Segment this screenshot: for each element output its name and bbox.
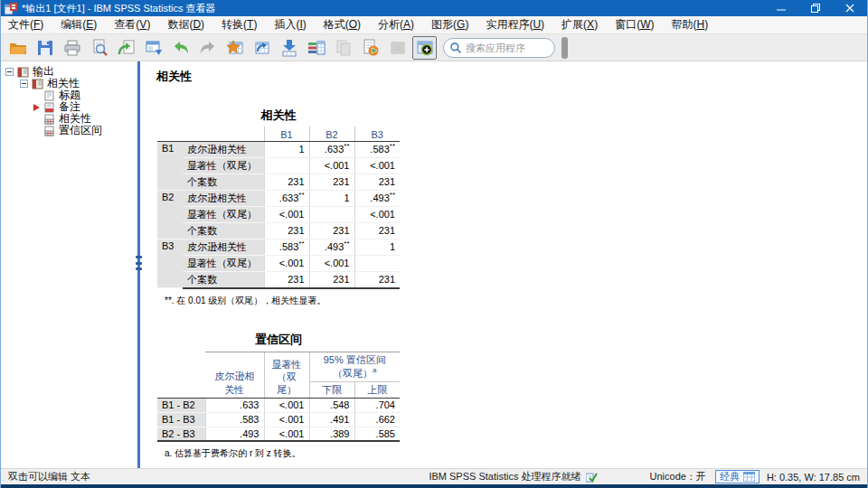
cell: 231: [354, 271, 400, 288]
menu-graphs[interactable]: 图形(G): [431, 17, 468, 33]
cell: <.001: [309, 255, 354, 271]
notes-doc-icon: [43, 102, 55, 113]
table-row: B3 皮尔逊相关性 .583** .493** 1: [157, 239, 400, 255]
cell: 231: [354, 222, 400, 239]
correlations-table[interactable]: B1 B2 B3 B1 皮尔逊相关性 1 .633** .583**: [157, 127, 400, 289]
col-header: 上限: [354, 381, 400, 398]
ci-footnote: a. 估算基于费希尔的 r 到 z 转换。: [165, 447, 867, 460]
save-icon[interactable]: [33, 36, 57, 60]
menu-edit[interactable]: 编辑(E): [61, 17, 97, 33]
run-script-icon[interactable]: [358, 36, 382, 60]
stat-label: 显著性（双尾）: [183, 255, 264, 271]
table-icon: [43, 126, 55, 136]
table-row: B1 - B3 .583 <.001 .491 .662: [157, 412, 400, 427]
cell: .583**: [354, 141, 400, 157]
cell: .633**: [309, 141, 354, 157]
goto-case-icon[interactable]: [250, 36, 274, 60]
tablelook-selector[interactable]: 经典: [715, 470, 760, 483]
menu-transform[interactable]: 转换(T): [222, 17, 257, 33]
open-file-icon[interactable]: [5, 36, 30, 60]
goto-variable-icon[interactable]: [277, 36, 301, 60]
ci-table-title: 置信区间: [157, 332, 400, 348]
table-row: 显著性（双尾） <.001 <.001: [157, 157, 400, 174]
variables-icon[interactable]: [304, 36, 328, 60]
pane-splitter[interactable]: [137, 61, 140, 468]
table-row: B1 皮尔逊相关性 1 .633** .583**: [157, 141, 400, 157]
menu-help[interactable]: 帮助(H): [671, 17, 708, 33]
cell: <.001: [354, 206, 400, 222]
col-header: 皮尔逊相关性: [205, 352, 264, 398]
goto-data-icon[interactable]: [222, 36, 247, 60]
cell: .389: [309, 427, 354, 441]
cell: <.001: [309, 157, 354, 174]
table-row: B2 皮尔逊相关性 .633** 1 .493**: [157, 190, 400, 206]
stat-label: 显著性（双尾）: [183, 157, 264, 174]
menu-analyze[interactable]: 分析(A): [378, 17, 414, 33]
cell: <.001: [264, 255, 309, 271]
cell: .493**: [354, 190, 400, 206]
menu-window[interactable]: 窗口(W): [615, 17, 654, 33]
row-label: B1 - B2: [157, 398, 205, 412]
menu-insert[interactable]: 插入(I): [274, 17, 306, 33]
select-last-output-icon[interactable]: [412, 36, 437, 60]
current-item-arrow-icon: [33, 104, 40, 111]
cell: .633: [205, 398, 264, 412]
app-icon: [5, 3, 17, 14]
cell: <.001: [264, 398, 309, 412]
print-preview-icon[interactable]: [87, 36, 111, 60]
col-header-span: 95% 置信区间（双尾）a: [309, 352, 400, 381]
cell: .704: [354, 398, 400, 412]
cell: .583: [205, 412, 264, 427]
correlations-table-title: 相关性: [157, 108, 400, 124]
confidence-intervals-table[interactable]: 皮尔逊相关性 显著性（双尾） 95% 置信区间（双尾）a 下限 上限 B1 - …: [157, 352, 400, 443]
close-button[interactable]: [833, 0, 867, 16]
redo-icon[interactable]: [195, 36, 220, 60]
title-doc-icon: [43, 90, 55, 101]
tree-item-confidence-intervals[interactable]: 置信区间: [1, 125, 137, 136]
cell: 1: [264, 141, 309, 157]
cell: 1: [309, 190, 354, 206]
cell: .583**: [264, 239, 309, 255]
output-tree: 输出 相关性 标题 备注 相关性: [1, 66, 137, 136]
menu-utilities[interactable]: 实用程序(U): [486, 17, 544, 33]
tablelook-icon: [743, 472, 755, 482]
recall-dialogs-icon[interactable]: [141, 36, 165, 60]
menu-view[interactable]: 查看(V): [114, 17, 150, 33]
cell: <.001: [264, 427, 309, 441]
undo-icon[interactable]: [168, 36, 193, 60]
toolbar-separator: [561, 37, 568, 59]
minimize-button[interactable]: [764, 0, 798, 16]
export-icon[interactable]: [114, 36, 138, 60]
processor-status-text: IBM SPSS Statistics 处理程序就绪: [429, 470, 580, 483]
table-row: 个案数 231 231 231: [157, 222, 400, 239]
outline-pane: 输出 相关性 标题 备注 相关性: [1, 61, 137, 468]
app-search-input[interactable]: [466, 42, 547, 53]
cell: .491: [309, 412, 354, 427]
col-header: B1: [264, 127, 309, 141]
restore-button[interactable]: [798, 0, 833, 16]
table-icon: [43, 114, 55, 125]
menu-bar: 文件(F) 编辑(E) 查看(V) 数据(D) 转换(T) 插入(I) 格式(O…: [1, 16, 867, 34]
cell: 231: [264, 174, 309, 190]
menu-data[interactable]: 数据(D): [167, 17, 204, 33]
book-icon: [32, 79, 43, 89]
cell: .662: [354, 412, 400, 427]
table-corner: [157, 352, 205, 398]
cell: [354, 255, 400, 271]
stat-label: 显著性（双尾）: [183, 206, 264, 222]
splitter-grip-icon[interactable]: [136, 256, 142, 270]
row-label: B2: [157, 190, 183, 239]
spss-viewer-window: *输出1 [文件1] - IBM SPSS Statistics 查看器 文件(…: [0, 0, 868, 488]
print-icon[interactable]: [60, 36, 84, 60]
menu-extensions[interactable]: 扩展(X): [561, 17, 598, 33]
status-bar: 双击可以编辑 文本 IBM SPSS Statistics 处理程序就绪 Uni…: [1, 468, 867, 484]
menu-file[interactable]: 文件(F): [8, 17, 43, 33]
collapse-icon[interactable]: [20, 80, 28, 88]
cell: .633**: [264, 190, 309, 206]
collapse-icon[interactable]: [5, 68, 14, 76]
table-row: B2 - B3 .493 <.001 .389 .585: [157, 427, 400, 441]
table-corner: [157, 127, 264, 141]
menu-format[interactable]: 格式(O): [324, 17, 361, 33]
confidence-intervals-block: 置信区间 皮尔逊相关性 显著性（双尾） 95% 置信区间（双尾）a 下限 上限: [157, 332, 867, 461]
stat-label: 个案数: [183, 174, 264, 190]
